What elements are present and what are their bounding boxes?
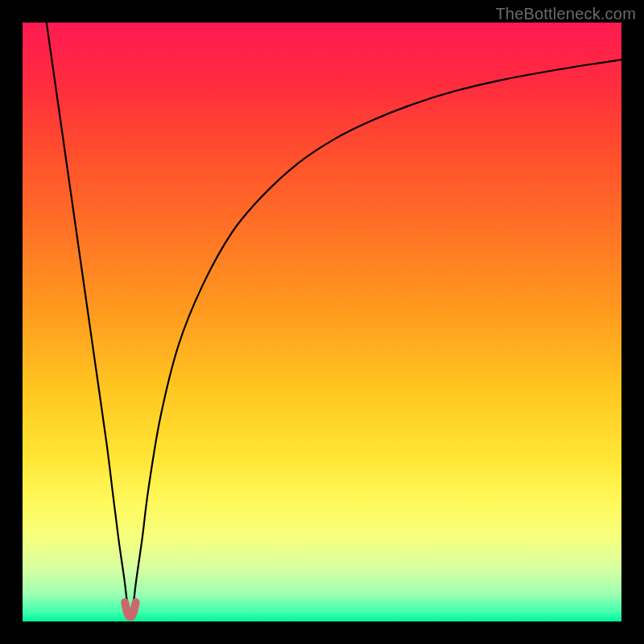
plot-area [23,23,621,621]
outer-frame: TheBottleneck.com [0,0,644,644]
watermark-text: TheBottleneck.com [495,5,636,23]
chart-svg [23,23,621,621]
gradient-background [23,23,621,621]
